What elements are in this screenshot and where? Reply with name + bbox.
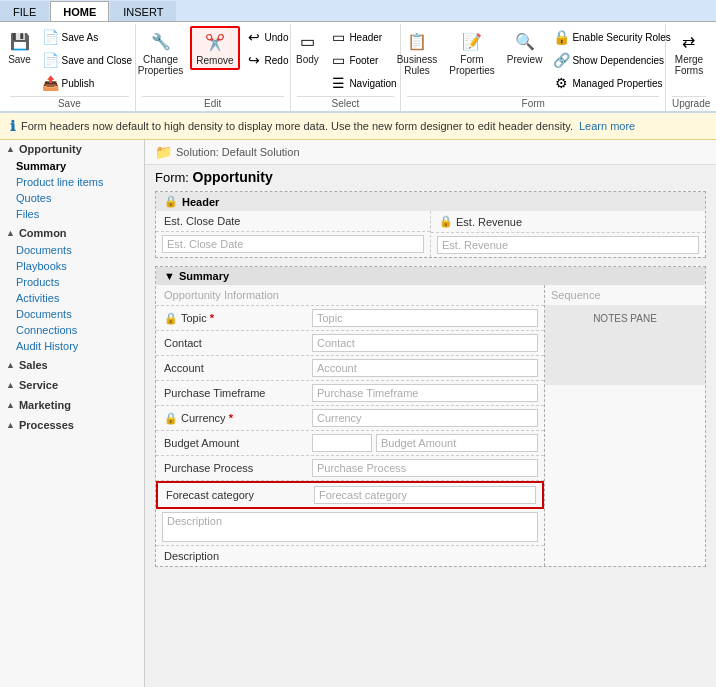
save-as-button[interactable]: 📄 Save As <box>39 26 137 48</box>
navigation-label: Navigation <box>349 78 396 89</box>
form-row-contact: Contact Contact <box>156 331 544 356</box>
main-layout: ▲ Opportunity Summary Product line items… <box>0 140 716 687</box>
header-section-header: 🔒 Header <box>156 192 705 211</box>
sidebar-item-connections[interactable]: Connections <box>0 322 144 338</box>
sidebar-section-header-sales[interactable]: ▲ Sales <box>0 356 144 374</box>
preview-button[interactable]: 🔍 Preview <box>502 26 548 68</box>
form-group-label: Form <box>407 96 658 109</box>
description-field-placeholder: Description <box>162 512 538 542</box>
sidebar-item-files[interactable]: Files <box>0 206 144 222</box>
sidebar-item-activities[interactable]: Activities <box>0 290 144 306</box>
select-group-label: Select <box>297 96 395 109</box>
breadcrumb-solution: Solution: Default Solution <box>176 146 300 158</box>
form-row-est-close: Est. Close Date <box>156 211 430 232</box>
sidebar-item-summary[interactable]: Summary <box>0 158 144 174</box>
sidebar-section-header-common[interactable]: ▲ Common <box>0 224 144 242</box>
body-button[interactable]: ▭ Body <box>290 26 324 68</box>
navigation-button[interactable]: ☰ Navigation <box>326 72 400 94</box>
sidebar-item-documents[interactable]: Documents <box>0 242 144 258</box>
purchase-process-field[interactable]: Purchase Process <box>306 456 544 480</box>
account-field[interactable]: Account <box>306 356 544 380</box>
topic-label: 🔒 Topic * <box>156 306 306 330</box>
save-button[interactable]: 💾 Save <box>3 26 37 68</box>
remove-button[interactable]: ✂️ Remove <box>190 26 239 70</box>
budget-amount-input: Budget Amount <box>376 434 538 452</box>
tab-bar: FILE HOME INSERT <box>0 0 716 22</box>
est-close-input: Est. Close Date <box>162 235 424 253</box>
sidebar-section-header-opportunity[interactable]: ▲ Opportunity <box>0 140 144 158</box>
contact-field[interactable]: Contact <box>306 331 544 355</box>
learn-more-link[interactable]: Learn more <box>579 120 635 132</box>
forecast-category-label: Forecast category <box>158 483 308 507</box>
sidebar-section-header-marketing[interactable]: ▲ Marketing <box>0 396 144 414</box>
forecast-category-field[interactable]: Forecast category <box>308 483 542 507</box>
sidebar-item-documents2[interactable]: Documents <box>0 306 144 322</box>
sidebar-section-title-service: Service <box>19 379 58 391</box>
sidebar-section-marketing: ▲ Marketing <box>0 396 144 414</box>
change-properties-label: ChangeProperties <box>138 54 184 76</box>
redo-button[interactable]: ↪ Redo <box>242 49 293 71</box>
form-label: Form: <box>155 170 189 185</box>
forecast-category-input: Forecast category <box>314 486 536 504</box>
tab-insert[interactable]: INSERT <box>110 1 176 21</box>
header-button[interactable]: ▭ Header <box>326 26 400 48</box>
breadcrumb: 📁 Solution: Default Solution <box>145 140 716 165</box>
purchase-timeframe-label: Purchase Timeframe <box>156 381 306 405</box>
sidebar-section-header-processes[interactable]: ▲ Processes <box>0 416 144 434</box>
sidebar-section-title-opportunity: Opportunity <box>19 143 82 155</box>
topic-required: * <box>210 312 214 324</box>
header-label: Header <box>349 32 382 43</box>
summary-left: Opportunity Information 🔒 Topic * Topic <box>156 285 545 566</box>
purchase-timeframe-input: Purchase Timeframe <box>312 384 538 402</box>
chevron-marketing: ▲ <box>6 400 15 410</box>
save-label: Save <box>8 54 31 65</box>
sidebar-section-header-service[interactable]: ▲ Service <box>0 376 144 394</box>
enable-security-button[interactable]: 🔒 Enable Security Roles <box>549 26 674 48</box>
business-rules-button[interactable]: 📋 BusinessRules <box>392 26 443 79</box>
show-dependencies-button[interactable]: 🔗 Show Dependencies <box>549 49 674 71</box>
sidebar-item-product-line-items[interactable]: Product line items <box>0 174 144 190</box>
undo-icon: ↩ <box>246 29 262 45</box>
summary-section-title: Summary <box>179 270 229 282</box>
purchase-timeframe-field[interactable]: Purchase Timeframe <box>306 381 544 405</box>
form-properties-button[interactable]: 📝 FormProperties <box>444 26 500 79</box>
undo-button[interactable]: ↩ Undo <box>242 26 293 48</box>
form-row-topic: 🔒 Topic * Topic <box>156 306 544 331</box>
navigation-icon: ☰ <box>330 75 346 91</box>
sidebar-section-sales: ▲ Sales <box>0 356 144 374</box>
footer-label: Footer <box>349 55 378 66</box>
sidebar-item-playbooks[interactable]: Playbooks <box>0 258 144 274</box>
save-group-label: Save <box>10 96 129 109</box>
topic-input: Topic <box>312 309 538 327</box>
change-properties-button[interactable]: 🔧 ChangeProperties <box>133 26 189 79</box>
footer-button[interactable]: ▭ Footer <box>326 49 400 71</box>
header-col-2: 🔒 Est. Revenue Est. Revenue <box>431 211 705 257</box>
header-section: 🔒 Header Est. Close Date Est. Close Date <box>155 191 706 258</box>
sidebar-item-products[interactable]: Products <box>0 274 144 290</box>
tab-file[interactable]: FILE <box>0 1 49 21</box>
publish-button[interactable]: 📤 Publish <box>39 72 137 94</box>
sidebar-item-quotes[interactable]: Quotes <box>0 190 144 206</box>
form-row-currency: 🔒 Currency * Currency <box>156 406 544 431</box>
ribbon-group-upgrade: ⇄ MergeForms Upgrade <box>666 24 712 111</box>
save-icon: 💾 <box>8 29 32 53</box>
info-bar: ℹ Form headers now default to high densi… <box>0 113 716 140</box>
form-title: Form: Opportunity <box>145 165 716 191</box>
est-close-field[interactable]: Est. Close Date <box>156 232 430 256</box>
ribbon-group-select: ▭ Body ▭ Header ▭ Footer ☰ Navigation <box>291 24 402 111</box>
budget-amount-field[interactable]: Budget Amount <box>306 431 544 455</box>
topic-field[interactable]: Topic <box>306 306 544 330</box>
purchase-process-label: Purchase Process <box>156 456 306 480</box>
tab-home[interactable]: HOME <box>50 1 109 21</box>
currency-field[interactable]: Currency <box>306 406 544 430</box>
form-properties-label: FormProperties <box>449 54 495 76</box>
save-close-button[interactable]: 📄 Save and Close <box>39 49 137 71</box>
merge-forms-button[interactable]: ⇄ MergeForms <box>670 26 708 79</box>
est-rev-field[interactable]: Est. Revenue <box>431 233 705 257</box>
ribbon-group-edit: 🔧 ChangeProperties ✂️ Remove ↩ Undo ↪ Re… <box>136 24 291 111</box>
managed-properties-button[interactable]: ⚙ Managed Properties <box>549 72 674 94</box>
upgrade-group-label: Upgrade <box>672 96 706 109</box>
summary-right: Sequence NOTES PANE <box>545 285 705 566</box>
sidebar-item-audit-history[interactable]: Audit History <box>0 338 144 354</box>
summary-section-header: ▼ Summary <box>156 267 705 285</box>
